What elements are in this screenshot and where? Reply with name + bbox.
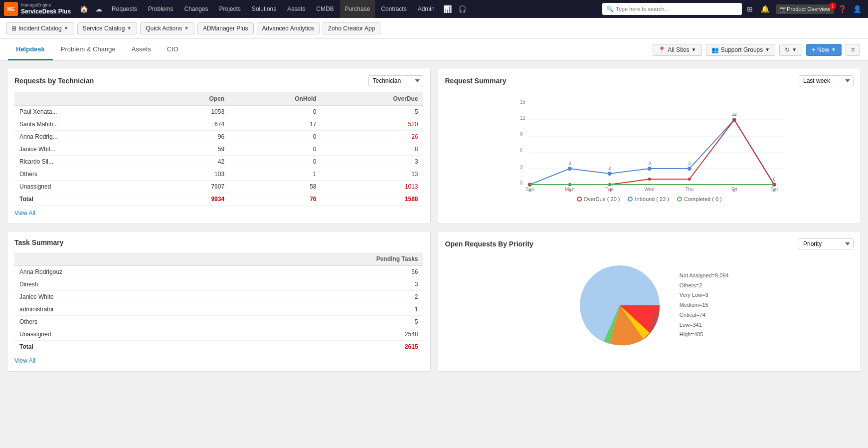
search-input[interactable] [616, 6, 738, 12]
cell-open: 1053 [156, 106, 230, 118]
svg-text:3: 3 [648, 161, 651, 166]
brand-logo[interactable]: ME ManageEngine ServiceDesk Plus [4, 2, 71, 16]
cell-name: Unassigned [14, 181, 156, 193]
service-catalog-button[interactable]: Service Catalog ▼ [77, 22, 138, 34]
product-overview-button[interactable]: 📷 Product Overview 1 [776, 4, 834, 14]
menu-button[interactable]: ≡ [846, 44, 860, 56]
view-all-tasks[interactable]: View All [14, 357, 35, 364]
summary-dropdown[interactable]: Last week [799, 75, 854, 86]
location-icon: 📍 [658, 46, 666, 53]
top-navigation: ME ManageEngine ServiceDesk Plus 🏠 ☁ Req… [0, 0, 868, 18]
advanced-analytics-button[interactable]: Advanced Analytics [257, 22, 320, 34]
cell-open: 96 [156, 131, 230, 143]
cell-task-name: administrator [14, 303, 221, 316]
chevron-down-icon: ▼ [64, 25, 69, 31]
zoho-creator-button[interactable]: Zoho Creator App [323, 22, 381, 34]
main-content: Requests by Technician Technician Open O… [0, 61, 868, 379]
nav-problems[interactable]: Problems [143, 0, 178, 18]
tab-assets[interactable]: Assets [124, 39, 159, 60]
grid-icon: ⊞ [11, 25, 16, 32]
svg-text:0: 0 [568, 188, 571, 192]
nav-assets[interactable]: Assets [282, 0, 310, 18]
cell-open: 9934 [156, 193, 230, 206]
chevron-down-icon: ▼ [765, 47, 770, 52]
nav-contracts[interactable]: Contracts [376, 0, 411, 18]
pie-legend: Not Assigned=9,094 Others=2 Very Low=3 M… [680, 271, 729, 340]
home-icon[interactable]: 🏠 [77, 2, 91, 16]
chevron-down-icon: ▼ [792, 47, 797, 52]
cell-onhold: 0 [229, 106, 321, 118]
priority-dropdown[interactable]: Priority [799, 238, 854, 249]
col-pending-tasks: Pending Tasks [221, 252, 423, 266]
quick-actions-button[interactable]: Quick Actions ▼ [140, 22, 194, 34]
all-sites-button[interactable]: 📍 All Sites ▼ [653, 44, 701, 56]
cell-name: Anna Rodrig... [14, 131, 156, 143]
nav-cmdb[interactable]: CMDB [311, 0, 339, 18]
cell-onhold: 17 [229, 118, 321, 131]
nav-solutions[interactable]: Solutions [247, 0, 281, 18]
nav-changes[interactable]: Changes [179, 0, 213, 18]
nav-admin[interactable]: Admin [413, 0, 440, 18]
refresh-button[interactable]: ↻ ▼ [779, 44, 802, 56]
line-chart: 0 3 6 9 12 15 Sun Mon Tue Wed Thu Fri [445, 92, 854, 192]
col-onhold: OnHold [229, 92, 321, 106]
card-header-summary: Request Summary Last week [445, 75, 854, 86]
table-row: Others 103 1 13 [14, 168, 423, 181]
legend-completed: Completed ( 0 ) [677, 196, 722, 202]
bell-icon[interactable]: 🔔 [758, 2, 772, 16]
task-summary-title: Task Summary [14, 238, 64, 246]
table-row: Janice Whit... 59 0 8 [14, 143, 423, 156]
view-all-technician[interactable]: View All [14, 210, 35, 217]
tab-problem-change[interactable]: Problem & Change [53, 39, 124, 60]
cloud-icon[interactable]: ☁ [92, 2, 106, 16]
cell-onhold: 0 [229, 143, 321, 156]
cell-task-name: Dinesh [14, 278, 221, 291]
cell-task-name: Anna Rodrigouz [14, 266, 221, 278]
legend-not-assigned: Not Assigned=9,094 [680, 271, 729, 281]
cell-name: Janice Whit... [14, 143, 156, 156]
cell-onhold: 0 [229, 156, 321, 168]
tab-helpdesk[interactable]: Helpdesk [8, 39, 53, 60]
legend-overdue: OverDue ( 20 ) [577, 196, 620, 202]
cell-task-name: Janice White [14, 291, 221, 303]
completed-legend-dot [677, 197, 682, 202]
chart-icon[interactable]: 📊 [441, 2, 455, 16]
technician-table: Open OnHold OverDue Paul Xenata... 1053 … [14, 92, 423, 206]
brand-icon: ME [4, 2, 18, 16]
task-summary-card: Task Summary Pending Tasks Anna Rodrigou… [7, 231, 431, 372]
legend-inbound: Inbound ( 23 ) [628, 196, 669, 202]
task-table: Pending Tasks Anna Rodrigouz 56 Dinesh 3… [14, 252, 423, 353]
nav-requests[interactable]: Requests [107, 0, 142, 18]
cell-overdue: 8 [322, 143, 423, 156]
technician-dropdown[interactable]: Technician [368, 75, 423, 86]
headset-icon[interactable]: 🎧 [456, 2, 470, 16]
user-avatar[interactable]: 👤 [850, 2, 864, 16]
tab-cio[interactable]: CIO [159, 39, 186, 60]
cell-onhold: 58 [229, 181, 321, 193]
groups-icon: 👥 [711, 46, 719, 53]
col-overdue: OverDue [322, 92, 423, 106]
support-groups-button[interactable]: 👥 Support Groups ▼ [706, 44, 776, 56]
open-requests-priority-title: Open Requests By Priority [445, 240, 533, 248]
tabs-right-actions: 📍 All Sites ▼ 👥 Support Groups ▼ ↻ ▼ + N… [653, 44, 860, 56]
svg-text:0: 0 [773, 188, 775, 192]
help-icon[interactable]: ❓ [835, 2, 849, 16]
new-button[interactable]: + New ▼ [806, 44, 842, 56]
cell-overdue: 5 [322, 106, 423, 118]
cell-onhold: 1 [229, 168, 321, 181]
screenshot-icon[interactable]: ⊞ [743, 2, 757, 16]
table-row: Total 2615 [14, 341, 423, 353]
nav-purchase[interactable]: Purchase [340, 0, 375, 18]
table-row: Anna Rodrigouz 56 [14, 266, 423, 278]
camera-icon: 📷 [780, 6, 787, 12]
incident-catalog-button[interactable]: ⊞ Incident Catalog ▼ [6, 22, 74, 34]
request-summary-card: Request Summary Last week 0 3 6 9 12 15 [438, 68, 862, 224]
toolbar: ⊞ Incident Catalog ▼ Service Catalog ▼ Q… [0, 18, 868, 39]
inbound-dot-thu [687, 167, 691, 171]
cell-onhold: 0 [229, 131, 321, 143]
overdue-dot-wed [648, 178, 651, 181]
nav-projects[interactable]: Projects [214, 0, 246, 18]
admanager-button[interactable]: ADManager Plus [197, 22, 254, 34]
cell-name: Ricardo Sil... [14, 156, 156, 168]
global-search-bar[interactable]: 🔍 [602, 3, 742, 15]
